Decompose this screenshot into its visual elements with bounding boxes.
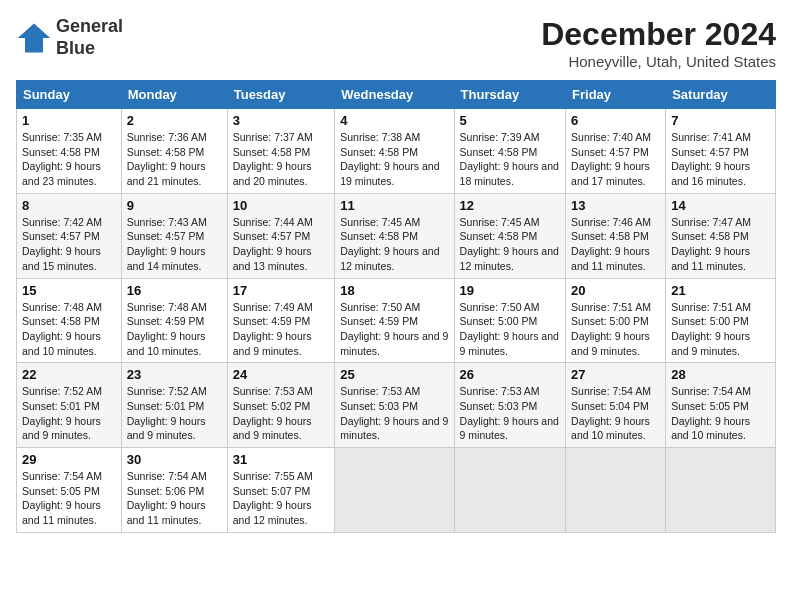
calendar-cell: 29Sunrise: 7:54 AMSunset: 5:05 PMDayligh… — [17, 448, 122, 533]
day-number: 3 — [233, 113, 330, 128]
day-number: 12 — [460, 198, 560, 213]
day-number: 10 — [233, 198, 330, 213]
calendar-cell: 22Sunrise: 7:52 AMSunset: 5:01 PMDayligh… — [17, 363, 122, 448]
calendar-title: December 2024 — [541, 16, 776, 53]
day-number: 6 — [571, 113, 660, 128]
day-detail: Sunrise: 7:49 AMSunset: 4:59 PMDaylight:… — [233, 301, 313, 357]
day-number: 31 — [233, 452, 330, 467]
day-number: 22 — [22, 367, 116, 382]
day-detail: Sunrise: 7:35 AMSunset: 4:58 PMDaylight:… — [22, 131, 102, 187]
day-detail: Sunrise: 7:53 AMSunset: 5:03 PMDaylight:… — [340, 385, 448, 441]
calendar-cell: 20Sunrise: 7:51 AMSunset: 5:00 PMDayligh… — [566, 278, 666, 363]
calendar-cell — [666, 448, 776, 533]
day-detail: Sunrise: 7:54 AMSunset: 5:04 PMDaylight:… — [571, 385, 651, 441]
day-detail: Sunrise: 7:41 AMSunset: 4:57 PMDaylight:… — [671, 131, 751, 187]
day-detail: Sunrise: 7:54 AMSunset: 5:05 PMDaylight:… — [671, 385, 751, 441]
calendar-cell: 17Sunrise: 7:49 AMSunset: 4:59 PMDayligh… — [227, 278, 335, 363]
calendar-cell — [454, 448, 565, 533]
day-detail: Sunrise: 7:42 AMSunset: 4:57 PMDaylight:… — [22, 216, 102, 272]
day-detail: Sunrise: 7:46 AMSunset: 4:58 PMDaylight:… — [571, 216, 651, 272]
calendar-cell: 10Sunrise: 7:44 AMSunset: 4:57 PMDayligh… — [227, 193, 335, 278]
calendar-cell — [335, 448, 454, 533]
col-monday: Monday — [121, 81, 227, 109]
calendar-week-row: 22Sunrise: 7:52 AMSunset: 5:01 PMDayligh… — [17, 363, 776, 448]
day-number: 15 — [22, 283, 116, 298]
day-number: 29 — [22, 452, 116, 467]
day-number: 17 — [233, 283, 330, 298]
calendar-cell: 12Sunrise: 7:45 AMSunset: 4:58 PMDayligh… — [454, 193, 565, 278]
calendar-cell: 13Sunrise: 7:46 AMSunset: 4:58 PMDayligh… — [566, 193, 666, 278]
day-number: 27 — [571, 367, 660, 382]
day-number: 25 — [340, 367, 448, 382]
calendar-subtitle: Honeyville, Utah, United States — [541, 53, 776, 70]
calendar-table: Sunday Monday Tuesday Wednesday Thursday… — [16, 80, 776, 533]
calendar-cell: 2Sunrise: 7:36 AMSunset: 4:58 PMDaylight… — [121, 109, 227, 194]
calendar-cell: 23Sunrise: 7:52 AMSunset: 5:01 PMDayligh… — [121, 363, 227, 448]
day-detail: Sunrise: 7:39 AMSunset: 4:58 PMDaylight:… — [460, 131, 559, 187]
day-detail: Sunrise: 7:45 AMSunset: 4:58 PMDaylight:… — [460, 216, 559, 272]
day-detail: Sunrise: 7:52 AMSunset: 5:01 PMDaylight:… — [127, 385, 207, 441]
day-number: 13 — [571, 198, 660, 213]
day-detail: Sunrise: 7:53 AMSunset: 5:02 PMDaylight:… — [233, 385, 313, 441]
day-number: 21 — [671, 283, 770, 298]
day-number: 5 — [460, 113, 560, 128]
col-sunday: Sunday — [17, 81, 122, 109]
col-tuesday: Tuesday — [227, 81, 335, 109]
logo-text: General Blue — [56, 16, 123, 59]
calendar-week-row: 1Sunrise: 7:35 AMSunset: 4:58 PMDaylight… — [17, 109, 776, 194]
col-thursday: Thursday — [454, 81, 565, 109]
calendar-cell: 31Sunrise: 7:55 AMSunset: 5:07 PMDayligh… — [227, 448, 335, 533]
calendar-cell: 3Sunrise: 7:37 AMSunset: 4:58 PMDaylight… — [227, 109, 335, 194]
calendar-cell: 25Sunrise: 7:53 AMSunset: 5:03 PMDayligh… — [335, 363, 454, 448]
calendar-cell: 6Sunrise: 7:40 AMSunset: 4:57 PMDaylight… — [566, 109, 666, 194]
day-number: 20 — [571, 283, 660, 298]
day-detail: Sunrise: 7:53 AMSunset: 5:03 PMDaylight:… — [460, 385, 559, 441]
day-detail: Sunrise: 7:45 AMSunset: 4:58 PMDaylight:… — [340, 216, 439, 272]
day-number: 9 — [127, 198, 222, 213]
day-number: 8 — [22, 198, 116, 213]
calendar-cell: 5Sunrise: 7:39 AMSunset: 4:58 PMDaylight… — [454, 109, 565, 194]
day-number: 19 — [460, 283, 560, 298]
day-detail: Sunrise: 7:52 AMSunset: 5:01 PMDaylight:… — [22, 385, 102, 441]
calendar-cell: 8Sunrise: 7:42 AMSunset: 4:57 PMDaylight… — [17, 193, 122, 278]
day-detail: Sunrise: 7:37 AMSunset: 4:58 PMDaylight:… — [233, 131, 313, 187]
day-number: 4 — [340, 113, 448, 128]
day-number: 1 — [22, 113, 116, 128]
day-number: 24 — [233, 367, 330, 382]
col-wednesday: Wednesday — [335, 81, 454, 109]
day-detail: Sunrise: 7:38 AMSunset: 4:58 PMDaylight:… — [340, 131, 439, 187]
day-detail: Sunrise: 7:48 AMSunset: 4:59 PMDaylight:… — [127, 301, 207, 357]
day-detail: Sunrise: 7:36 AMSunset: 4:58 PMDaylight:… — [127, 131, 207, 187]
day-detail: Sunrise: 7:50 AMSunset: 5:00 PMDaylight:… — [460, 301, 559, 357]
day-number: 23 — [127, 367, 222, 382]
calendar-week-row: 8Sunrise: 7:42 AMSunset: 4:57 PMDaylight… — [17, 193, 776, 278]
day-number: 11 — [340, 198, 448, 213]
day-number: 28 — [671, 367, 770, 382]
calendar-cell: 19Sunrise: 7:50 AMSunset: 5:00 PMDayligh… — [454, 278, 565, 363]
day-number: 30 — [127, 452, 222, 467]
day-detail: Sunrise: 7:55 AMSunset: 5:07 PMDaylight:… — [233, 470, 313, 526]
day-detail: Sunrise: 7:51 AMSunset: 5:00 PMDaylight:… — [671, 301, 751, 357]
calendar-header-row: Sunday Monday Tuesday Wednesday Thursday… — [17, 81, 776, 109]
calendar-cell: 11Sunrise: 7:45 AMSunset: 4:58 PMDayligh… — [335, 193, 454, 278]
calendar-cell: 30Sunrise: 7:54 AMSunset: 5:06 PMDayligh… — [121, 448, 227, 533]
day-detail: Sunrise: 7:50 AMSunset: 4:59 PMDaylight:… — [340, 301, 448, 357]
day-detail: Sunrise: 7:44 AMSunset: 4:57 PMDaylight:… — [233, 216, 313, 272]
day-detail: Sunrise: 7:47 AMSunset: 4:58 PMDaylight:… — [671, 216, 751, 272]
calendar-cell: 28Sunrise: 7:54 AMSunset: 5:05 PMDayligh… — [666, 363, 776, 448]
day-detail: Sunrise: 7:48 AMSunset: 4:58 PMDaylight:… — [22, 301, 102, 357]
day-number: 7 — [671, 113, 770, 128]
calendar-cell: 24Sunrise: 7:53 AMSunset: 5:02 PMDayligh… — [227, 363, 335, 448]
calendar-cell — [566, 448, 666, 533]
day-number: 26 — [460, 367, 560, 382]
col-friday: Friday — [566, 81, 666, 109]
calendar-cell: 7Sunrise: 7:41 AMSunset: 4:57 PMDaylight… — [666, 109, 776, 194]
logo-icon — [16, 20, 52, 56]
day-number: 2 — [127, 113, 222, 128]
day-number: 14 — [671, 198, 770, 213]
calendar-cell: 9Sunrise: 7:43 AMSunset: 4:57 PMDaylight… — [121, 193, 227, 278]
day-detail: Sunrise: 7:54 AMSunset: 5:05 PMDaylight:… — [22, 470, 102, 526]
calendar-cell: 16Sunrise: 7:48 AMSunset: 4:59 PMDayligh… — [121, 278, 227, 363]
day-detail: Sunrise: 7:43 AMSunset: 4:57 PMDaylight:… — [127, 216, 207, 272]
day-detail: Sunrise: 7:40 AMSunset: 4:57 PMDaylight:… — [571, 131, 651, 187]
